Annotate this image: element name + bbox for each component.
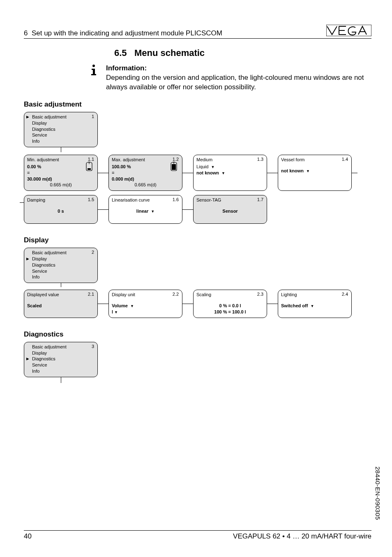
menu-number: 2.3 bbox=[257, 291, 263, 297]
connector-line bbox=[98, 290, 108, 318]
basic-root-menu: 1 Basic adjustment Display Diagnostics S… bbox=[24, 112, 98, 147]
svg-point-1 bbox=[92, 65, 95, 67]
tank-full-icon bbox=[170, 162, 179, 174]
box-value: 0 % = 0.0 l bbox=[196, 303, 264, 309]
diagnostics-root-menu: 3 Basic adjustment Display Diagnostics S… bbox=[24, 342, 98, 377]
menu-item: Diagnostics bbox=[27, 356, 95, 362]
vega-logo bbox=[326, 25, 371, 37]
menu-item: Service bbox=[27, 268, 95, 274]
dropdown-icon bbox=[129, 303, 134, 308]
menu-box-max-adj: 1.2 Max. adjustment 100.00 % = 0.000 m(d… bbox=[108, 155, 182, 191]
box-sub: 0.665 m(d) bbox=[112, 182, 179, 188]
box-title: Displayed value bbox=[27, 292, 95, 298]
menu-item: Basic adjustment bbox=[27, 114, 95, 120]
box-value: not known bbox=[281, 168, 348, 174]
section-title: Set up with the indicating and adjustmen… bbox=[32, 29, 222, 37]
svg-rect-7 bbox=[172, 164, 176, 170]
menu-number: 1.7 bbox=[257, 197, 263, 203]
connector-line bbox=[182, 195, 193, 224]
menu-item: Info bbox=[27, 368, 95, 374]
box-value: Liquid bbox=[196, 164, 264, 170]
display-tree: 2 Basic adjustment Display Diagnostics S… bbox=[24, 248, 371, 318]
box-value: 100 % = 100.0 l bbox=[196, 309, 264, 315]
box-title: Min. adjustment bbox=[27, 157, 95, 163]
header-breadcrumb: 6 Set up with the indicating and adjustm… bbox=[24, 29, 222, 37]
box-title: Vessel form bbox=[281, 157, 348, 163]
menu-item: Diagnostics bbox=[27, 126, 95, 132]
menu-number: 2.4 bbox=[342, 291, 348, 297]
box-title: Max. adjustment bbox=[112, 157, 179, 163]
dropdown-icon bbox=[220, 170, 225, 175]
menu-item: Info bbox=[27, 274, 95, 280]
page-header: 6 Set up with the indicating and adjustm… bbox=[24, 25, 371, 39]
box-title: Damping bbox=[27, 197, 95, 203]
menu-box-display-unit: 2.2 Display unit Volume l bbox=[108, 290, 182, 318]
connector-line bbox=[267, 290, 278, 318]
info-icon bbox=[89, 64, 106, 92]
section-no: 6 bbox=[24, 29, 32, 37]
heading-number: 6.5 bbox=[114, 48, 127, 58]
connector-line bbox=[352, 155, 357, 191]
menu-number: 1.6 bbox=[173, 197, 179, 203]
box-value: 0 s bbox=[27, 208, 95, 214]
box-title: Lighting bbox=[281, 292, 348, 298]
group-heading-basic: Basic adjustment bbox=[24, 100, 371, 109]
box-title: Sensor-TAG bbox=[196, 197, 264, 203]
box-value: l bbox=[112, 309, 179, 315]
box-value: Volume bbox=[112, 303, 179, 309]
display-root-menu: 2 Basic adjustment Display Diagnostics S… bbox=[24, 248, 98, 283]
box-value: 0.000 m(d) bbox=[112, 176, 179, 182]
box-value: linear bbox=[112, 208, 179, 214]
menu-box-linearisation: 1.6 Linearisation curve linear bbox=[108, 195, 182, 224]
dropdown-icon bbox=[150, 209, 154, 214]
menu-box-lighting: 2.4 Lighting Switched off bbox=[278, 290, 352, 318]
heading-title: Menu schematic bbox=[134, 48, 205, 58]
menu-item: Service bbox=[27, 362, 95, 368]
connector-line bbox=[182, 290, 193, 318]
menu-number: 1.4 bbox=[342, 156, 348, 162]
box-title: Medium bbox=[196, 157, 264, 163]
section-heading: 6.5 Menu schematic bbox=[114, 48, 371, 58]
menu-item: Info bbox=[27, 138, 95, 144]
menu-item: Diagnostics bbox=[27, 262, 95, 268]
menu-box-vessel: 1.4 Vessel form not known bbox=[278, 155, 352, 191]
connector-line bbox=[98, 195, 108, 224]
box-value: 100.00 % bbox=[112, 164, 179, 170]
menu-number: 2.2 bbox=[173, 291, 179, 297]
menu-item: Display bbox=[27, 350, 95, 356]
product-name: VEGAPULS 62 • 4 … 20 mA/HART four-wire bbox=[233, 532, 371, 541]
diagnostics-tree: 3 Basic adjustment Display Diagnostics S… bbox=[24, 342, 371, 377]
page-number: 40 bbox=[24, 532, 32, 541]
box-title: Linearisation curve bbox=[112, 197, 179, 203]
menu-item: Basic adjustment bbox=[27, 344, 95, 350]
box-title: Scaling bbox=[196, 292, 264, 298]
page-footer: 40 VEGAPULS 62 • 4 … 20 mA/HART four-wir… bbox=[24, 530, 371, 541]
menu-item: Service bbox=[27, 132, 95, 138]
info-body: Depending on the version and application… bbox=[106, 73, 369, 92]
basic-tree: 1 Basic adjustment Display Diagnostics S… bbox=[24, 112, 371, 224]
menu-item: Display bbox=[27, 120, 95, 126]
box-eq: = bbox=[112, 170, 179, 176]
box-value: Sensor bbox=[196, 208, 264, 214]
menu-box-min-adj: 1.1 Min. adjustment 0.00 % = 30.000 m(d)… bbox=[24, 155, 98, 191]
menu-item: Display bbox=[27, 256, 95, 262]
menu-number: 2.1 bbox=[88, 291, 94, 297]
dropdown-icon bbox=[305, 168, 310, 173]
svg-rect-3 bbox=[88, 168, 91, 170]
menu-box-damping: 1.5 Damping 0 s bbox=[24, 195, 98, 224]
menu-box-medium: 1.3 Medium Liquid not known bbox=[193, 155, 267, 191]
information-block: Information: Depending on the version an… bbox=[89, 64, 371, 92]
menu-number: 1.5 bbox=[88, 197, 94, 203]
menu-item: Basic adjustment bbox=[27, 250, 95, 256]
dropdown-icon bbox=[309, 303, 314, 308]
connector-line bbox=[98, 155, 108, 191]
dropdown-icon bbox=[210, 164, 214, 169]
menu-box-displayed-value: 2.1 Displayed value Scaled bbox=[24, 290, 98, 318]
box-value: 0.00 % bbox=[27, 164, 95, 170]
box-eq: = bbox=[27, 170, 95, 176]
group-heading-display: Display bbox=[24, 236, 371, 244]
box-value: 30.000 m(d) bbox=[27, 176, 95, 182]
box-value: Switched off bbox=[281, 303, 348, 309]
group-heading-diagnostics: Diagnostics bbox=[24, 330, 371, 339]
connector-line bbox=[20, 202, 24, 203]
